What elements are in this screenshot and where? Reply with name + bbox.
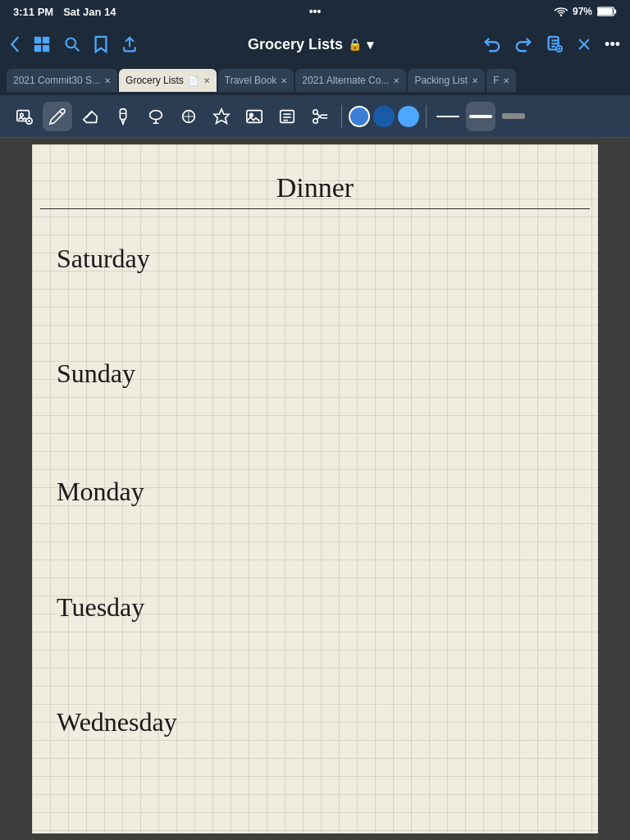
close-button[interactable] [577, 37, 591, 52]
tab-doc-icon: 📄 [188, 75, 199, 86]
pen-tool[interactable] [43, 102, 72, 131]
lasso-tool[interactable] [141, 102, 171, 131]
svg-text:Tuesday: Tuesday [57, 592, 144, 622]
tab-packing-list[interactable]: Packing List ✕ [408, 69, 485, 92]
svg-rect-5 [34, 45, 41, 52]
svg-text:Dinner: Dinner [276, 172, 354, 203]
title-bar-center: Grocery Lists 🔒 ▾ [248, 36, 373, 53]
svg-point-7 [66, 39, 76, 48]
medium-line [469, 115, 492, 118]
wifi-icon [555, 7, 568, 16]
svg-text:Monday: Monday [57, 477, 144, 506]
notebook-page[interactable]: Dinner Saturday Sunday Monday Tuesday [32, 144, 598, 833]
svg-point-27 [250, 113, 253, 116]
tab-close-icon[interactable]: ✕ [104, 76, 111, 85]
document-title: Grocery Lists [248, 36, 343, 53]
dots-icon: ••• [309, 5, 322, 18]
svg-marker-25 [214, 108, 229, 122]
tab-travel-book[interactable]: Travel Book ✕ [218, 69, 294, 92]
svg-text:Saturday: Saturday [57, 244, 150, 273]
svg-rect-6 [43, 45, 49, 52]
tuesday-label: Tuesday [48, 573, 204, 627]
more-options-button[interactable]: ••• [605, 36, 620, 53]
add-page-button[interactable] [546, 35, 564, 53]
tab-label: 2021 Alternate Co... [302, 75, 389, 86]
svg-point-19 [21, 113, 24, 116]
svg-point-33 [313, 118, 318, 123]
lock-icon: 🔒 [348, 38, 362, 51]
image-tool[interactable] [240, 102, 269, 131]
share-button[interactable] [121, 35, 138, 53]
title-bar: Grocery Lists 🔒 ▾ [0, 23, 630, 66]
tab-close-active-icon[interactable]: ✕ [203, 76, 210, 85]
divider-line [40, 208, 590, 209]
tab-label: Grocery Lists [126, 75, 184, 86]
time: 3:11 PM [13, 6, 53, 18]
separator-2 [426, 105, 427, 128]
svg-rect-1 [598, 8, 613, 16]
tab-label: F [493, 75, 499, 86]
tab-close-icon[interactable]: ✕ [503, 76, 509, 85]
svg-point-23 [150, 110, 162, 119]
undo-button[interactable] [483, 35, 501, 53]
svg-rect-2 [614, 9, 617, 13]
photo-search-tool[interactable] [10, 102, 39, 131]
tab-close-icon[interactable]: ✕ [393, 76, 399, 85]
svg-point-32 [313, 109, 318, 114]
svg-line-20 [86, 112, 92, 117]
tab-grocery-lists[interactable]: Grocery Lists 📄 ✕ [119, 69, 217, 92]
color-blue-selector[interactable] [349, 106, 370, 127]
battery-icon [597, 7, 617, 16]
saturday-label: Saturday [48, 225, 212, 278]
eraser-tool[interactable] [75, 102, 105, 131]
battery-text: 97% [573, 6, 592, 17]
tab-f[interactable]: F ✕ [486, 69, 516, 92]
tab-close-icon[interactable]: ✕ [281, 76, 287, 85]
thin-thickness-button[interactable] [433, 102, 463, 131]
dropdown-icon[interactable]: ▾ [367, 37, 373, 52]
text-tool[interactable] [272, 102, 302, 131]
sunday-label: Sunday [48, 340, 196, 393]
grid-button[interactable] [33, 35, 51, 53]
svg-text:Sunday: Sunday [57, 358, 135, 388]
page-content: Dinner Saturday Sunday Monday Tuesday [32, 144, 598, 833]
status-right: 97% [555, 6, 617, 17]
tab-close-icon[interactable]: ✕ [472, 76, 478, 85]
date: Sat Jan 14 [63, 6, 116, 18]
tab-label: Travel Book [225, 75, 277, 86]
canvas-area[interactable]: Dinner Saturday Sunday Monday Tuesday [0, 138, 630, 840]
tab-commit30[interactable]: 2021 Commit30 S... ✕ [7, 69, 117, 92]
svg-text:Wednesday: Wednesday [57, 707, 177, 737]
link-tool[interactable] [305, 102, 335, 131]
shape-tool[interactable] [174, 102, 203, 131]
separator [341, 105, 342, 128]
svg-rect-4 [43, 37, 49, 43]
thin-line [436, 116, 459, 117]
wednesday-label: Wednesday [48, 688, 237, 742]
status-left: 3:11 PM Sat Jan 14 [13, 6, 116, 18]
monday-label: Monday [48, 458, 204, 511]
svg-rect-21 [120, 108, 126, 119]
back-button[interactable] [10, 36, 20, 52]
title-bar-left [10, 35, 138, 53]
tab-label: 2021 Commit30 S... [13, 75, 100, 86]
toolbar [0, 95, 630, 138]
color-medium-blue-selector[interactable] [398, 106, 419, 127]
title-bar-right: ••• [483, 35, 620, 53]
redo-button[interactable] [514, 35, 532, 53]
highlighter-tool[interactable] [108, 102, 138, 131]
color-dark-blue-selector[interactable] [373, 106, 395, 127]
star-tool[interactable] [207, 102, 236, 131]
thick-line [502, 113, 525, 119]
medium-thickness-button[interactable] [466, 102, 495, 131]
status-bar: 3:11 PM Sat Jan 14 ••• 97% [0, 0, 630, 23]
search-button[interactable] [64, 36, 80, 52]
svg-line-8 [75, 47, 80, 52]
tabs-bar: 2021 Commit30 S... ✕ Grocery Lists 📄 ✕ T… [0, 66, 630, 95]
tab-label: Packing List [414, 75, 468, 86]
tab-alternate[interactable]: 2021 Alternate Co... ✕ [295, 69, 406, 92]
svg-rect-3 [34, 37, 41, 43]
bookmark-button[interactable] [94, 35, 108, 53]
thick-thickness-button[interactable] [499, 102, 528, 131]
